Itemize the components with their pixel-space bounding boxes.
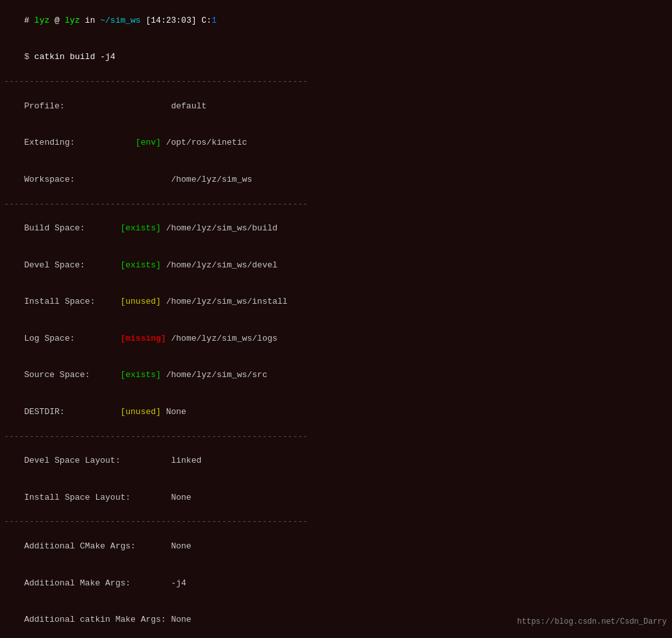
- prompt-in: in: [80, 16, 100, 25]
- make-args-line: Additional Make Args: -j4: [4, 565, 668, 602]
- source-space-value: /home/lyz/sim_ws/src: [166, 370, 268, 380]
- devel-space-line: Devel Space: [exists] /home/lyz/sim_ws/d…: [4, 247, 668, 284]
- terminal-window: # lyz @ lyz in ~/sim_ws [14:23:03] C:1 $…: [0, 0, 672, 638]
- workspace-line: Workspace: /home/lyz/sim_ws: [4, 162, 668, 199]
- install-space-sp: [161, 297, 166, 306]
- build-space-label: Build Space:: [24, 223, 120, 233]
- cmake-args-value: None: [171, 541, 191, 551]
- devel-space-bracket: [exists]: [120, 260, 160, 270]
- install-layout-value: None: [171, 493, 191, 502]
- devel-layout-line: Devel Space Layout: linked: [4, 443, 668, 480]
- prompt-user: lyz: [34, 16, 49, 25]
- destdir-sp: [161, 407, 166, 417]
- watermark: https://blog.csdn.net/Csdn_Darry: [517, 617, 667, 626]
- catkin-make-value: None: [171, 615, 191, 624]
- log-space-bracket: [missing]: [120, 334, 166, 343]
- extending-value: /opt/ros/kinetic: [166, 138, 247, 147]
- catkin-make-label: Additional catkin Make Args:: [24, 615, 171, 624]
- prompt-c: C:: [201, 16, 212, 25]
- source-space-label: Source Space:: [24, 370, 120, 380]
- profile-label: Profile:: [24, 101, 171, 111]
- separator-3: ----------------------------------------…: [4, 431, 668, 443]
- source-space-sp: [161, 370, 166, 380]
- profile-value: default: [171, 101, 206, 111]
- extending-bracket: [env]: [136, 138, 161, 147]
- cmake-args-line: Additional CMake Args: None: [4, 528, 668, 565]
- profile-line: Profile: default: [4, 88, 668, 125]
- dollar-sign: $: [24, 52, 34, 62]
- build-space-value: /home/lyz/sim_ws/build: [166, 223, 278, 233]
- prompt-host: lyz: [65, 16, 80, 25]
- extending-space: [161, 138, 166, 147]
- command-line: $ catkin build -j4: [4, 40, 668, 77]
- extending-line: Extending: [env] /opt/ros/kinetic: [4, 125, 668, 162]
- workspace-label: Workspace:: [24, 175, 171, 184]
- install-layout-label: Install Space Layout:: [24, 493, 171, 502]
- devel-space-label: Devel Space:: [24, 260, 120, 270]
- separator-4: ----------------------------------------…: [4, 516, 668, 528]
- prompt-time-bracket: [14:23:03]: [141, 16, 202, 25]
- devel-space-value: /home/lyz/sim_ws/devel: [166, 260, 278, 270]
- command-text: catkin build -j4: [34, 52, 116, 62]
- devel-layout-label: Devel Space Layout:: [24, 456, 171, 465]
- prompt-at: @: [49, 16, 64, 25]
- destdir-bracket: [unused]: [120, 407, 160, 417]
- make-args-label: Additional Make Args:: [24, 578, 171, 588]
- install-space-bracket: [unused]: [120, 297, 160, 306]
- install-space-label: Install Space:: [24, 297, 120, 306]
- install-space-line: Install Space: [unused] /home/lyz/sim_ws…: [4, 284, 668, 321]
- separator-1: ----------------------------------------…: [4, 76, 668, 88]
- log-space-value: /home/lyz/sim_ws/logs: [171, 334, 277, 343]
- log-space-label: Log Space:: [24, 334, 120, 343]
- prompt-line: # lyz @ lyz in ~/sim_ws [14:23:03] C:1: [4, 3, 668, 40]
- log-space-line: Log Space: [missing] /home/lyz/sim_ws/lo…: [4, 321, 668, 358]
- destdir-label: DESTDIR:: [24, 407, 120, 417]
- prompt-path: ~/sim_ws: [100, 16, 140, 25]
- workspace-value: /home/lyz/sim_ws: [171, 175, 252, 184]
- destdir-value: None: [166, 407, 186, 417]
- prompt-num: 1: [212, 16, 217, 25]
- separator-2: ----------------------------------------…: [4, 199, 668, 211]
- install-space-value: /home/lyz/sim_ws/install: [166, 297, 288, 306]
- source-space-line: Source Space: [exists] /home/lyz/sim_ws/…: [4, 357, 668, 394]
- make-args-value: -j4: [171, 578, 186, 588]
- cmake-args-label: Additional CMake Args:: [24, 541, 171, 551]
- build-space-line: Build Space: [exists] /home/lyz/sim_ws/b…: [4, 210, 668, 247]
- devel-layout-value: linked: [171, 456, 201, 465]
- build-space-bracket: [exists]: [120, 223, 160, 233]
- extending-label: Extending:: [24, 138, 136, 147]
- source-space-bracket: [exists]: [120, 370, 160, 380]
- prompt-hash: #: [24, 16, 34, 25]
- install-layout-line: Install Space Layout: None: [4, 480, 668, 517]
- build-space-sp: [161, 223, 166, 233]
- devel-space-sp: [161, 260, 166, 270]
- destdir-line: DESTDIR: [unused] None: [4, 394, 668, 431]
